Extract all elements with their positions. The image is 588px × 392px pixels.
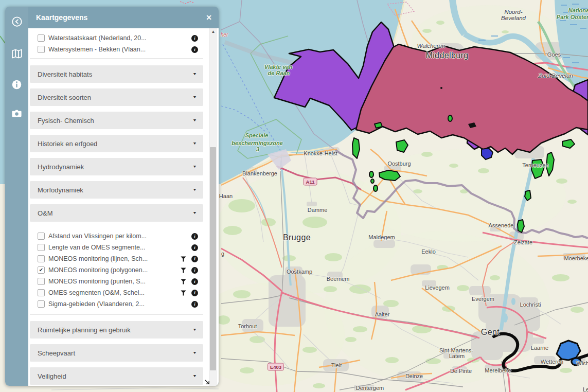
scrollbar-thumb[interactable] — [210, 147, 216, 370]
filter-icon[interactable] — [181, 268, 186, 273]
section-label: Hydrodynamiek — [38, 163, 192, 171]
info-icon[interactable]: i — [191, 233, 198, 240]
layer-actions: i — [171, 278, 198, 285]
section-veiligheid[interactable]: Veiligheid▼ — [30, 367, 203, 385]
panel-title: Kaartgegevens — [28, 13, 206, 22]
panel-body: Waterstaatskaart (Nederland, 20...iWater… — [28, 28, 219, 386]
section-label: Morfodynamiek — [38, 186, 192, 194]
layer-checkbox[interactable] — [38, 244, 45, 251]
layer-row[interactable]: Waterstaatskaart (Nederland, 20...i — [30, 32, 203, 44]
chevron-down-icon: ▼ — [192, 141, 197, 146]
info-icon[interactable]: i — [191, 278, 198, 285]
section-diversiteit-habitats[interactable]: Diversiteit habitats▼ — [30, 65, 203, 83]
chevron-down-icon: ▼ — [192, 95, 197, 99]
chevron-down-icon: ▼ — [192, 351, 197, 355]
layer-actions: i — [171, 233, 198, 240]
scrollbar[interactable]: ▲ — [209, 28, 217, 386]
chevron-down-icon: ▼ — [192, 328, 197, 332]
layer-checkbox[interactable]: ✔ — [38, 266, 45, 274]
layer-row[interactable]: Watersystemen - Bekken (Vlaan...i — [30, 44, 203, 55]
section-diversiteit-soorten[interactable]: Diversiteit soorten▼ — [30, 88, 203, 106]
map-icon[interactable] — [11, 47, 23, 60]
chevron-down-icon: ▼ — [192, 188, 197, 192]
chevron-down-icon: ▼ — [192, 374, 197, 378]
info-icon[interactable]: i — [191, 267, 198, 274]
layer-list: Waterstaatskaart (Nederland, 20...iWater… — [30, 28, 203, 386]
info-icon[interactable]: i — [191, 35, 198, 42]
layer-actions: i — [171, 256, 198, 262]
layer-checkbox[interactable] — [38, 289, 45, 296]
side-toolbar — [5, 7, 28, 386]
layer-label[interactable]: Afstand van Vlissingen per kilom... — [48, 233, 171, 240]
layer-actions: i — [171, 35, 198, 42]
section-morfodynamiek[interactable]: Morfodynamiek▼ — [30, 181, 203, 199]
section-ruimtelijke-planning-en-gebruik[interactable]: Ruimtelijke planning en gebruik▼ — [30, 321, 203, 338]
layer-label[interactable]: MONEOS monitoring (punten, S... — [48, 278, 171, 285]
resize-handle-icon[interactable] — [204, 378, 210, 385]
layer-checkbox[interactable] — [38, 300, 45, 308]
section-label: Diversiteit soorten — [38, 94, 192, 101]
layer-actions: i — [171, 46, 198, 53]
info-icon[interactable]: i — [191, 290, 198, 296]
layer-label[interactable]: MONEOS monitoring (lijnen, Sch... — [48, 255, 171, 262]
layer-actions: i — [171, 244, 198, 251]
section-label: Scheepvaart — [38, 349, 192, 357]
close-icon[interactable]: ✕ — [206, 13, 219, 22]
layer-checkbox[interactable] — [38, 233, 45, 240]
layer-actions: i — [171, 290, 198, 296]
section-label: Historiek en erfgoed — [38, 140, 192, 148]
info-circle-icon[interactable] — [11, 78, 23, 91]
section-o-m[interactable]: O&M▼ — [30, 204, 203, 222]
layer-checkbox[interactable] — [38, 278, 45, 285]
layer-row[interactable]: Afstand van Vlissingen per kilom...i — [30, 230, 203, 242]
section-label: Veiligheid — [38, 372, 192, 380]
info-icon[interactable]: i — [191, 256, 198, 262]
chevron-down-icon: ▼ — [192, 118, 197, 122]
section-fysisch-chemisch[interactable]: Fysisch- Chemisch▼ — [30, 112, 203, 129]
layer-label[interactable]: Sigma-gebieden (Vlaanderen, 2... — [48, 300, 171, 308]
section-hydrodynamiek[interactable]: Hydrodynamiek▼ — [30, 158, 203, 175]
layer-row[interactable]: MONEOS monitoring (lijnen, Sch...i — [30, 253, 203, 264]
orange-dot — [582, 362, 585, 365]
layer-label[interactable]: OMES segmenten (O&M, Schel... — [48, 289, 171, 296]
chevron-down-icon: ▼ — [192, 165, 197, 169]
layer-row[interactable]: Lengte van de OMES segmente...i — [30, 242, 203, 253]
map-data-panel: Kaartgegevens ✕ Waterstaatskaart (Nederl… — [28, 7, 219, 386]
layer-label[interactable]: Lengte van de OMES segmente... — [48, 244, 171, 251]
section-scheepvaart[interactable]: Scheepvaart▼ — [30, 344, 203, 362]
info-icon[interactable]: i — [191, 244, 198, 251]
layer-row[interactable]: MONEOS monitoring (punten, S...i — [30, 276, 203, 287]
panel-header: Kaartgegevens ✕ — [28, 7, 219, 28]
chevron-down-icon: ▼ — [192, 211, 197, 215]
layer-actions: i — [171, 267, 198, 274]
overlay-indigo-polygon — [482, 148, 493, 159]
layer-checkbox[interactable] — [38, 46, 45, 53]
layer-checkbox[interactable] — [38, 255, 45, 262]
info-icon[interactable]: i — [191, 301, 198, 308]
layer-row[interactable]: Sigma-gebieden (Vlaanderen, 2...i — [30, 298, 203, 310]
layer-label[interactable]: Waterstaatskaart (Nederland, 20... — [48, 34, 171, 42]
layer-label[interactable]: MONEOS monitoring (polygonen... — [48, 266, 171, 274]
section-label: O&M — [38, 209, 192, 217]
scroll-up-icon[interactable]: ▲ — [209, 29, 217, 34]
filter-icon[interactable] — [181, 290, 186, 296]
section-label: Diversiteit habitats — [38, 70, 192, 78]
section-label: Fysisch- Chemisch — [38, 117, 192, 124]
map-data-widget: Kaartgegevens ✕ Waterstaatskaart (Nederl… — [5, 7, 219, 386]
section-historiek-en-erfgoed[interactable]: Historiek en erfgoed▼ — [30, 135, 203, 152]
section-label: Ruimtelijke planning en gebruik — [38, 326, 192, 334]
layer-checkbox[interactable] — [38, 34, 45, 42]
layer-row[interactable]: ✔MONEOS monitoring (polygonen...i — [30, 264, 203, 276]
layer-label[interactable]: Watersystemen - Bekken (Vlaan... — [48, 46, 171, 53]
top-layer-group: Waterstaatskaart (Nederland, 20...iWater… — [30, 28, 203, 59]
info-icon[interactable]: i — [191, 46, 198, 53]
filter-icon[interactable] — [181, 256, 186, 262]
layer-row[interactable]: OMES segmenten (O&M, Schel...i — [30, 287, 203, 298]
circle-arrow-left-icon[interactable] — [11, 15, 23, 28]
camera-icon[interactable] — [11, 107, 23, 119]
layer-actions: i — [171, 301, 198, 308]
filter-icon[interactable] — [181, 279, 186, 284]
chevron-down-icon: ▼ — [192, 72, 197, 76]
expanded-layer-group: Afstand van Vlissingen per kilom...iLeng… — [30, 227, 203, 315]
